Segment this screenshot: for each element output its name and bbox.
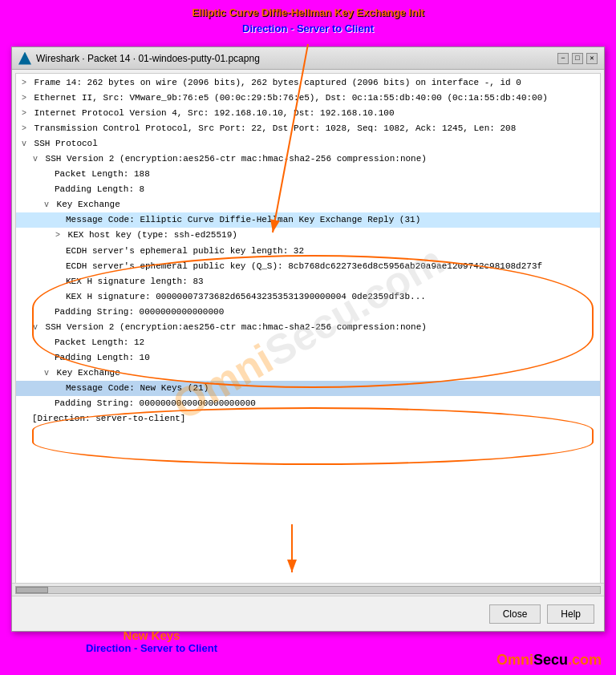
scrollbar-track[interactable] — [15, 586, 601, 594]
tree-row-text-kex-1: Key Exchange — [57, 200, 120, 209]
tree-row-ecdh-len[interactable]: ECDH server's ephemeral public key lengt… — [16, 244, 600, 259]
tree-row-text-msg-code-2: Message Code: New Keys (21) — [66, 383, 209, 393]
expand-icon-kex-1[interactable]: v — [42, 199, 51, 212]
horizontal-scrollbar[interactable] — [12, 583, 604, 596]
top-annotation-line2: Direction - Server to Client — [0, 21, 616, 37]
tree-row-pad-str-1[interactable]: Padding String: 0000000000000000 — [16, 305, 600, 320]
minimize-button[interactable]: − — [557, 53, 569, 64]
window-controls: − □ ✕ — [557, 53, 598, 64]
top-annotation-line1: Elliptic Curve Diffie-Hellman Key Exchan… — [0, 5, 616, 21]
close-dialog-button[interactable]: Close — [489, 604, 541, 624]
tree-row-pkt-len-1[interactable]: Packet Length: 188 — [16, 167, 600, 182]
direction-label: Direction - Server to Client — [11, 642, 292, 654]
maximize-button[interactable]: □ — [572, 53, 583, 64]
tree-row-ssh[interactable]: v SSH Protocol — [16, 136, 600, 152]
tree-row-ssh-v2-2[interactable]: v SSH Version 2 (encryption:aes256-ctr m… — [16, 320, 600, 335]
tree-row-text-kex-h-sig: KEX H signature: 00000007373682d65643235… — [66, 292, 426, 301]
scrollbar-thumb[interactable] — [16, 587, 48, 593]
expand-icon-ssh-v2-1[interactable]: v — [30, 153, 40, 166]
omnisecu-brand: OmniSecu.com — [496, 652, 602, 669]
tree-row-text-kex-host: KEX host key (type: ssh-ed25519) — [68, 230, 237, 240]
tree-row-ecdh-key[interactable]: ECDH server's ephemeral public key (Q_S)… — [16, 259, 600, 274]
tree-row-text-pad-str-2: Padding String: 0000000000000000000000 — [55, 398, 256, 408]
tree-row-pad-len-2[interactable]: Padding Length: 10 — [16, 350, 600, 366]
tree-row-text-ethernet: Ethernet II, Src: VMware_9b:76:e5 (00:0c… — [34, 93, 548, 103]
close-button[interactable]: ✕ — [586, 53, 598, 64]
tree-row-pad-str-2[interactable]: Padding String: 0000000000000000000000 — [16, 396, 600, 411]
tree-row-msg-code-1[interactable]: Message Code: Elliptic Curve Diffie-Hell… — [16, 212, 600, 228]
tree-row-text-pad-len-1: Padding Length: 8 — [55, 184, 144, 194]
help-button[interactable]: Help — [547, 604, 594, 624]
tree-row-text-ssh: SSH Protocol — [34, 139, 98, 148]
window-title: Wireshark · Packet 14 · 01-windoes-putty… — [36, 53, 557, 64]
wireshark-icon — [18, 52, 31, 65]
tree-row-kex-1[interactable]: v Key Exchange — [16, 197, 600, 212]
tree-row-text-kex-h-siglen: KEX H signature length: 83 — [66, 277, 204, 286]
tree-row-text-pkt-len-2: Packet Length: 12 — [55, 338, 144, 347]
tree-row-kex-h-siglen[interactable]: KEX H signature length: 83 — [16, 274, 600, 289]
packet-tree[interactable]: OmniSecu.com > Frame 14: 262 bytes on wi… — [15, 73, 601, 592]
tree-row-text-direction: [Direction: server-to-client] — [32, 414, 185, 423]
tree-row-text-ecdh-len: ECDH server's ephemeral public key lengt… — [66, 246, 304, 256]
tree-row-text-kex-2: Key Exchange — [57, 368, 120, 378]
tree-row-kex-host[interactable]: > KEX host key (type: ssh-ed25519) — [16, 228, 600, 243]
wireshark-window: Wireshark · Packet 14 · 01-windoes-putty… — [11, 46, 605, 632]
tree-row-pkt-len-2[interactable]: Packet Length: 12 — [16, 335, 600, 350]
expand-icon-kex-2[interactable]: v — [42, 367, 51, 380]
tree-row-frame[interactable]: > Frame 14: 262 bytes on wire (2096 bits… — [16, 75, 600, 91]
tree-row-text-pad-len-2: Padding Length: 10 — [55, 353, 150, 362]
expand-icon-ssh-v2-2[interactable]: v — [30, 321, 40, 334]
tree-row-msg-code-2[interactable]: Message Code: New Keys (21) — [16, 381, 600, 396]
tree-row-text-tcp: Transmission Control Protocol, Src Port:… — [34, 123, 517, 133]
new-keys-label: New Keys — [11, 629, 292, 642]
expand-icon-tcp[interactable]: > — [19, 123, 29, 135]
tree-row-kex-2[interactable]: v Key Exchange — [16, 366, 600, 381]
expand-icon-ip[interactable]: > — [19, 107, 29, 120]
tree-row-text-ssh-v2-1: SSH Version 2 (encryption:aes256-ctr mac… — [46, 154, 427, 164]
tree-container: > Frame 14: 262 bytes on wire (2096 bits… — [16, 75, 600, 426]
tree-row-ethernet[interactable]: > Ethernet II, Src: VMware_9b:76:e5 (00:… — [16, 91, 600, 106]
title-bar: Wireshark · Packet 14 · 01-windoes-putty… — [12, 47, 604, 70]
tree-row-text-pkt-len-1: Packet Length: 188 — [55, 169, 150, 179]
tree-row-tcp[interactable]: > Transmission Control Protocol, Src Por… — [16, 121, 600, 136]
tree-row-pad-len-1[interactable]: Padding Length: 8 — [16, 182, 600, 197]
tree-row-text-ecdh-key: ECDH server's ephemeral public key (Q_S)… — [66, 261, 542, 271]
tree-row-text-ssh-v2-2: SSH Version 2 (encryption:aes256-ctr mac… — [46, 322, 427, 332]
bottom-bar: Close Help — [12, 596, 604, 631]
tree-row-ssh-v2-1[interactable]: v SSH Version 2 (encryption:aes256-ctr m… — [16, 152, 600, 167]
tree-row-direction[interactable]: [Direction: server-to-client] — [16, 411, 600, 426]
expand-icon-kex-host[interactable]: > — [53, 229, 63, 242]
tree-row-text-ip: Internet Protocol Version 4, Src: 192.16… — [34, 108, 395, 118]
expand-icon-ethernet[interactable]: > — [19, 92, 29, 105]
tree-row-ip[interactable]: > Internet Protocol Version 4, Src: 192.… — [16, 106, 600, 121]
expand-icon-frame[interactable]: > — [19, 77, 29, 90]
tree-row-text-msg-code-1: Message Code: Elliptic Curve Diffie-Hell… — [66, 215, 420, 224]
expand-icon-ssh[interactable]: v — [19, 138, 29, 151]
tree-row-text-frame: Frame 14: 262 bytes on wire (2096 bits),… — [34, 78, 521, 87]
tree-row-text-pad-str-1: Padding String: 0000000000000000 — [55, 307, 224, 317]
new-keys-annotation-block: New Keys Direction - Server to Client — [11, 629, 292, 654]
tree-row-kex-h-sig[interactable]: KEX H signature: 00000007373682d65643235… — [16, 289, 600, 305]
